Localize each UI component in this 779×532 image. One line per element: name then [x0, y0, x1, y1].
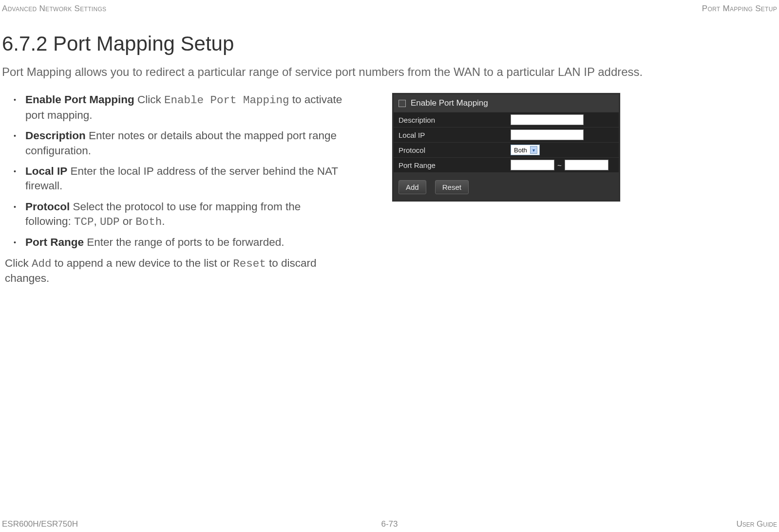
bullet-text: Enter the local IP address of the server… [25, 165, 338, 192]
port-range-row: Port Range ~ [394, 157, 619, 172]
bullet-text-post: . [162, 215, 165, 227]
intro-text: Port Mapping allows you to redirect a pa… [0, 64, 779, 92]
after-code: Add [32, 257, 52, 270]
bullet-protocol: Protocol Select the protocol to use for … [16, 200, 343, 230]
footer-right: User Guide [736, 519, 777, 529]
bullet-code: TCP [74, 216, 94, 228]
footer-center: 6-73 [381, 519, 398, 529]
enable-port-mapping-label: Enable Port Mapping [411, 98, 488, 108]
bullet-port-range: Port Range Enter the range of ports to b… [16, 235, 343, 250]
bullet-code: Enable Port Mapping [164, 94, 289, 107]
description-label: Description [399, 116, 511, 124]
enable-port-mapping-row: Enable Port Mapping [394, 94, 619, 112]
protocol-row: Protocol Both ▾ [394, 142, 619, 157]
description-input[interactable] [511, 114, 584, 125]
after-list-text: Click Add to append a new device to the … [2, 256, 343, 286]
port-range-inputs: ~ [511, 160, 608, 170]
bullet-description: Description Enter notes or details about… [16, 128, 343, 158]
bullet-label: Enable Port Mapping [25, 93, 134, 106]
bullet-enable-port-mapping: Enable Port Mapping Click Enable Port Ma… [16, 92, 343, 123]
reset-button[interactable]: Reset [435, 180, 469, 194]
protocol-label: Protocol [399, 146, 511, 154]
protocol-select[interactable]: Both ▾ [511, 145, 540, 155]
ui-screenshot: Enable Port Mapping Description Local IP… [392, 92, 621, 202]
description-row: Description [394, 112, 619, 127]
after-code: Reset [233, 257, 266, 270]
bullet-sep: or [120, 215, 136, 227]
description-column: Enable Port Mapping Click Enable Port Ma… [2, 92, 343, 286]
bullet-label: Port Range [25, 236, 84, 248]
bullet-label: Description [25, 129, 86, 142]
footer-left: ESR600H/ESR750H [2, 519, 78, 529]
bullet-code: UDP [100, 216, 120, 228]
bullet-text: Enter the range of ports to be forwarded… [84, 236, 285, 248]
local-ip-input[interactable] [511, 129, 584, 140]
bullet-label: Protocol [25, 201, 70, 213]
bullet-code: Both [135, 216, 162, 228]
port-range-start-input[interactable] [511, 160, 554, 170]
button-row: Add Reset [394, 172, 619, 200]
header-left: Advanced Network Settings [2, 4, 106, 14]
after-mid: to append a new device to the list or [52, 257, 233, 269]
page-header: Advanced Network Settings Port Mapping S… [0, 0, 779, 14]
protocol-select-value: Both [514, 147, 527, 154]
port-range-end-input[interactable] [565, 160, 608, 170]
chevron-down-icon: ▾ [530, 146, 537, 154]
bullet-text-pre: Click [134, 93, 164, 106]
port-range-tilde: ~ [554, 161, 565, 169]
bullet-local-ip: Local IP Enter the local IP address of t… [16, 164, 343, 194]
bullet-label: Local IP [25, 165, 67, 177]
port-range-label: Port Range [399, 161, 511, 169]
header-right: Port Mapping Setup [702, 4, 777, 14]
add-button[interactable]: Add [399, 180, 426, 194]
page-footer: ESR600H/ESR750H 6-73 User Guide [2, 519, 777, 529]
content-area: Enable Port Mapping Click Enable Port Ma… [0, 92, 779, 286]
screenshot-column: Enable Port Mapping Description Local IP… [392, 92, 621, 286]
local-ip-row: Local IP [394, 127, 619, 142]
local-ip-label: Local IP [399, 131, 511, 139]
bullet-sep: , [94, 215, 100, 227]
enable-port-mapping-checkbox[interactable] [399, 100, 406, 107]
after-pre: Click [5, 257, 32, 269]
page-title: 6.7.2 Port Mapping Setup [0, 14, 779, 64]
